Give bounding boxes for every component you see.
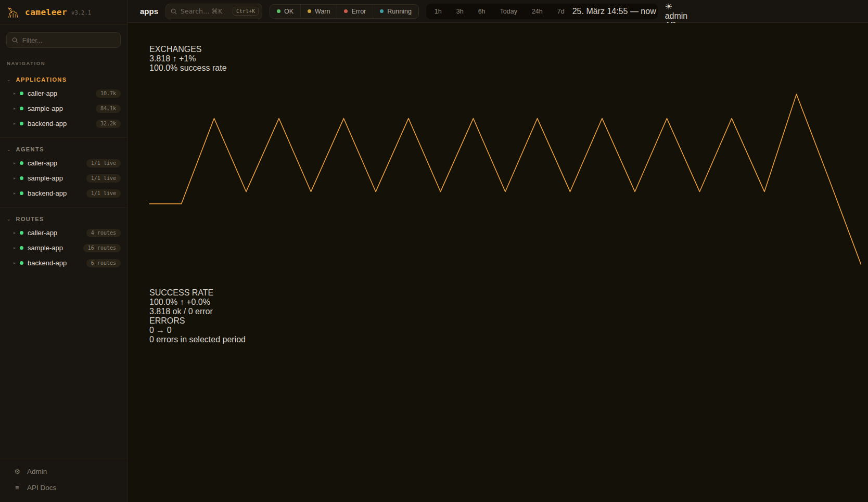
navigation-label: NAVIGATION bbox=[0, 53, 127, 68]
sidebar-item-label: caller-app bbox=[28, 89, 57, 97]
sidebar-sections: ⌄ APPLICATIONS ▸ caller-app 10.7k ▸ samp… bbox=[0, 68, 127, 458]
sidebar-item-label: backend-app bbox=[28, 189, 67, 197]
time-range-1h[interactable]: 1h bbox=[428, 5, 449, 18]
status-dot-icon bbox=[20, 92, 23, 95]
sidebar-item-sample-app[interactable]: ▸ sample-app 84.1k bbox=[0, 101, 127, 116]
stat-card-errors: ERRORS 0 → 0 0 errors in selected period bbox=[149, 316, 861, 502]
sidebar-item-backend-app[interactable]: ▸ backend-app 1/1 live bbox=[0, 186, 127, 201]
sidebar: cameleer v3.2.1 NAVIGATION ⌄ APPLICATION… bbox=[0, 0, 127, 502]
footer-label: API Docs bbox=[27, 484, 56, 492]
chevron-right-icon: ▸ bbox=[14, 191, 16, 196]
status-dot-icon bbox=[20, 107, 23, 110]
sun-icon: ☀ bbox=[665, 2, 672, 11]
chevron-right-icon: ▸ bbox=[14, 161, 16, 165]
sidebar-item-caller-app[interactable]: ▸ caller-app 1/1 live bbox=[0, 156, 127, 171]
camel-logo-icon bbox=[6, 6, 21, 19]
sidebar-item-badge: 6 routes bbox=[86, 259, 121, 267]
section-label: ROUTES bbox=[16, 216, 44, 222]
sidebar-item-sample-app[interactable]: ▸ sample-app 16 routes bbox=[0, 240, 127, 255]
search-icon bbox=[12, 37, 18, 44]
status-dot-icon bbox=[20, 191, 23, 195]
status-dot-icon bbox=[380, 9, 384, 13]
sidebar-filter[interactable] bbox=[6, 32, 121, 48]
chevron-down-icon: ⌄ bbox=[7, 147, 11, 152]
time-buttons-slot: 1h3h6hToday24h7d bbox=[428, 5, 571, 18]
filter-input[interactable] bbox=[22, 36, 115, 44]
context-label: apps bbox=[140, 7, 158, 16]
sidebar-item-caller-app[interactable]: ▸ caller-app 10.7k bbox=[0, 86, 127, 101]
section-header-routes[interactable]: ⌄ ROUTES bbox=[0, 213, 127, 225]
time-range-3h[interactable]: 3h bbox=[450, 5, 470, 18]
section-label: AGENTS bbox=[16, 146, 44, 152]
chevron-right-icon: ▸ bbox=[14, 121, 16, 126]
card-subtext: 100.0% success rate bbox=[149, 63, 861, 73]
app-logo: cameleer v3.2.1 bbox=[0, 0, 127, 25]
date-separator: — bbox=[630, 7, 639, 16]
sparkline-chart bbox=[149, 344, 861, 502]
date-from: 25. März 14:55 bbox=[572, 7, 628, 16]
sidebar-item-label: sample-app bbox=[28, 174, 63, 182]
time-range-today[interactable]: Today bbox=[493, 5, 524, 18]
card-delta: ↑ +1% bbox=[173, 54, 196, 63]
status-dot-icon bbox=[308, 9, 311, 13]
nav-section-agents: ⌄ AGENTS ▸ caller-app 1/1 live ▸ sample-… bbox=[0, 138, 127, 208]
time-range-24h[interactable]: 24h bbox=[525, 5, 550, 18]
date-range[interactable]: 25. März 14:55 — now bbox=[572, 7, 656, 16]
sidebar-item-label: backend-app bbox=[28, 259, 67, 267]
chevron-right-icon: ▸ bbox=[14, 230, 16, 235]
time-range-7d[interactable]: 7d bbox=[551, 5, 571, 18]
sidebar-item-backend-app[interactable]: ▸ backend-app 32.2k bbox=[0, 116, 127, 131]
sidebar-item-caller-app[interactable]: ▸ caller-app 4 routes bbox=[0, 225, 127, 240]
status-dot-icon bbox=[277, 9, 280, 13]
nav-section-applications: ⌄ APPLICATIONS ▸ caller-app 10.7k ▸ samp… bbox=[0, 68, 127, 138]
search-input[interactable] bbox=[181, 7, 229, 15]
sidebar-item-badge: 4 routes bbox=[86, 229, 121, 237]
status-filter-ok[interactable]: OK bbox=[270, 5, 300, 18]
sidebar-item-label: sample-app bbox=[28, 244, 63, 252]
theme-toggle-button[interactable]: ☀ bbox=[665, 2, 688, 11]
search-icon bbox=[171, 8, 177, 15]
chevron-right-icon: ▸ bbox=[14, 176, 16, 181]
docs-icon: ≡ bbox=[14, 484, 21, 492]
time-range-6h[interactable]: 6h bbox=[471, 5, 492, 18]
status-dot-icon bbox=[20, 176, 23, 180]
status-dot-icon bbox=[20, 246, 23, 250]
global-search[interactable]: Ctrl+K bbox=[165, 4, 262, 19]
sidebar-item-sample-app[interactable]: ▸ sample-app 1/1 live bbox=[0, 171, 127, 186]
card-label: SUCCESS RATE bbox=[149, 288, 861, 298]
status-filter-error[interactable]: Error bbox=[337, 5, 373, 18]
app-version: v3.2.1 bbox=[71, 9, 91, 16]
sidebar-footer-admin[interactable]: ⚙ Admin bbox=[0, 464, 127, 480]
sidebar-item-badge: 1/1 live bbox=[86, 174, 121, 183]
card-value: 0 bbox=[149, 326, 154, 334]
sidebar-item-label: caller-app bbox=[28, 229, 57, 237]
sidebar-item-label: backend-app bbox=[28, 120, 67, 127]
chip-label: OK bbox=[284, 8, 293, 15]
main-content: EXCHANGES 3.818 ↑ +1% 100.0% success rat… bbox=[127, 23, 868, 502]
date-to: now bbox=[641, 7, 656, 16]
card-value: 100.0% bbox=[149, 298, 177, 306]
topbar: apps Ctrl+K OK Warn Error Running 1h3h6h… bbox=[127, 0, 868, 23]
search-shortcut-kbd: Ctrl+K bbox=[233, 7, 259, 16]
sidebar-item-backend-app[interactable]: ▸ backend-app 6 routes bbox=[0, 255, 127, 271]
chevron-right-icon: ▸ bbox=[14, 246, 16, 250]
main-column: apps Ctrl+K OK Warn Error Running 1h3h6h… bbox=[127, 0, 868, 502]
sidebar-item-badge: 1/1 live bbox=[86, 159, 121, 168]
sidebar-footer-api-docs[interactable]: ≡ API Docs bbox=[0, 480, 127, 496]
section-header-agents[interactable]: ⌄ AGENTS bbox=[0, 143, 127, 156]
user-name[interactable]: admin bbox=[665, 11, 688, 20]
nav-section-routes: ⌄ ROUTES ▸ caller-app 4 routes ▸ sample-… bbox=[0, 208, 127, 277]
card-subtext: 0 errors in selected period bbox=[149, 335, 861, 344]
status-filter-running[interactable]: Running bbox=[373, 5, 418, 18]
card-label: ERRORS bbox=[149, 316, 861, 326]
status-dot-icon bbox=[20, 161, 23, 165]
section-label: APPLICATIONS bbox=[16, 76, 67, 83]
stat-cards: EXCHANGES 3.818 ↑ +1% 100.0% success rat… bbox=[149, 45, 861, 502]
sidebar-item-label: caller-app bbox=[28, 159, 57, 167]
status-filter-warn[interactable]: Warn bbox=[300, 5, 337, 18]
status-dot-icon bbox=[20, 231, 23, 235]
chip-label: Warn bbox=[315, 8, 330, 15]
status-filter-group: OK Warn Error Running bbox=[270, 4, 419, 19]
sidebar-item-badge: 32.2k bbox=[96, 120, 121, 128]
section-header-applications[interactable]: ⌄ APPLICATIONS bbox=[0, 73, 127, 86]
